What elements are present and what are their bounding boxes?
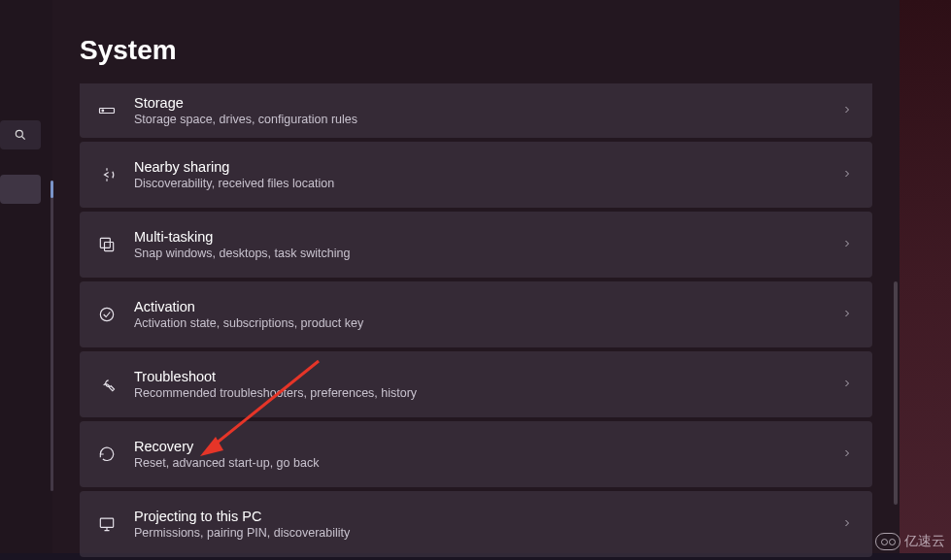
item-title: Nearby sharing	[134, 159, 841, 175]
item-subtitle: Reset, advanced start-up, go back	[134, 456, 841, 470]
item-subtitle: Snap windows, desktops, task switching	[134, 247, 841, 260]
item-title: Troubleshoot	[134, 369, 841, 384]
sidebar-item-system[interactable]	[0, 175, 41, 204]
item-subtitle: Activation state, subscriptions, product…	[134, 316, 841, 330]
settings-item-storage[interactable]: Storage Storage space, drives, configura…	[80, 83, 872, 138]
item-title: Recovery	[134, 439, 841, 454]
svg-point-3	[102, 110, 104, 112]
item-subtitle: Permissions, pairing PIN, discoverabilit…	[134, 526, 841, 540]
item-subtitle: Recommended troubleshooters, preferences…	[134, 386, 841, 400]
settings-item-nearby-sharing[interactable]: Nearby sharing Discoverability, received…	[80, 142, 872, 208]
troubleshoot-icon	[93, 371, 120, 398]
item-subtitle: Discoverability, received files location	[134, 177, 841, 190]
storage-icon	[93, 97, 120, 124]
item-subtitle: Storage space, drives, configuration rul…	[134, 113, 841, 126]
settings-item-troubleshoot[interactable]: Troubleshoot Recommended troubleshooters…	[80, 351, 872, 417]
share-icon	[93, 161, 120, 188]
chevron-right-icon	[841, 445, 853, 463]
svg-point-6	[100, 308, 113, 320]
page-title: System	[80, 35, 872, 66]
sidebar	[0, 0, 52, 553]
svg-rect-7	[100, 518, 113, 527]
settings-item-recovery[interactable]: Recovery Reset, advanced start-up, go ba…	[80, 421, 872, 487]
chevron-right-icon	[841, 515, 853, 533]
svg-point-0	[16, 130, 22, 137]
chevron-right-icon	[841, 376, 853, 393]
recovery-icon	[93, 441, 120, 468]
chevron-right-icon	[841, 166, 853, 183]
chevron-right-icon	[841, 306, 853, 323]
item-title: Storage	[134, 95, 841, 111]
projecting-icon	[93, 511, 120, 538]
svg-line-1	[22, 137, 25, 140]
scrollbar[interactable]	[894, 281, 898, 505]
settings-item-projecting[interactable]: Projecting to this PC Permissions, pairi…	[80, 491, 872, 557]
activation-icon	[93, 301, 120, 328]
main-content: System Storage Storage space, drives, co…	[52, 0, 900, 553]
svg-rect-5	[105, 243, 114, 251]
settings-item-activation[interactable]: Activation Activation state, subscriptio…	[80, 281, 872, 347]
desktop-background-strip	[900, 0, 951, 560]
svg-rect-4	[100, 238, 110, 247]
search-icon	[14, 128, 27, 142]
search-input[interactable]	[0, 120, 41, 149]
item-title: Activation	[134, 299, 841, 314]
settings-window: System Storage Storage space, drives, co…	[0, 0, 900, 553]
chevron-right-icon	[841, 236, 853, 253]
multitasking-icon	[93, 231, 120, 258]
item-title: Multi-tasking	[134, 229, 841, 245]
settings-item-multitasking[interactable]: Multi-tasking Snap windows, desktops, ta…	[80, 212, 872, 278]
settings-list: Storage Storage space, drives, configura…	[80, 83, 872, 557]
item-title: Projecting to this PC	[134, 509, 841, 524]
chevron-right-icon	[841, 102, 853, 119]
